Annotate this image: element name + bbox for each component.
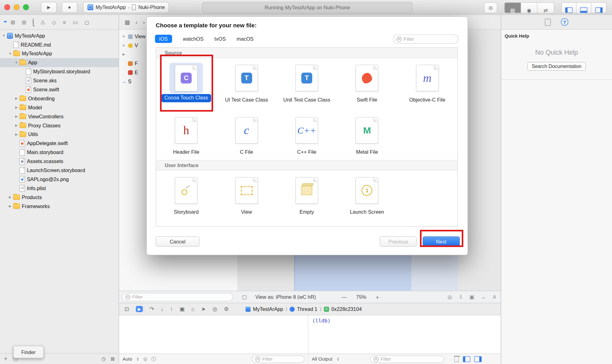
hide-debug-area-icon[interactable]: ⊡ <box>125 306 129 312</box>
navigator-row-proxy-classes[interactable]: Proxy Classes <box>0 121 119 130</box>
tab-tvos[interactable]: tvOS <box>214 36 226 42</box>
template-unit-test-case-class[interactable]: T Unit Test Case Class <box>276 58 337 110</box>
template-cocoa-touch-class[interactable]: C Cocoa Touch Class <box>156 58 217 110</box>
breakpoints-toggle[interactable]: ▶ <box>136 306 143 312</box>
minimize-button[interactable] <box>14 4 20 10</box>
back-button[interactable]: ‹ <box>135 19 137 25</box>
disclosure-icon[interactable] <box>8 204 12 208</box>
debug-view-icon[interactable]: ◎ <box>448 294 452 300</box>
disclosure-icon[interactable] <box>2 34 6 37</box>
navigator-row-project[interactable]: MyTestArApp <box>0 31 119 40</box>
template-header-file[interactable]: h Header File <box>156 111 217 160</box>
template-cpp-file[interactable]: C++ C++ File <box>276 111 337 160</box>
template-storyboard[interactable]: Storyboard <box>156 171 217 227</box>
symbol-navigator-tab[interactable]: ⊞ <box>22 19 26 25</box>
simulate-location-icon[interactable]: ➤ <box>201 306 206 312</box>
orientation-icon[interactable]: ▢ <box>242 294 247 300</box>
toggle-debug-area-button[interactable] <box>577 3 591 13</box>
variables-view[interactable]: Auto ⇕ ◎ ⓘ Filter <box>119 315 308 364</box>
zoom-in-button[interactable]: + <box>376 293 379 300</box>
output-scope-dropdown[interactable]: All Output <box>312 356 332 362</box>
console-filter-field[interactable]: Filter <box>370 355 444 363</box>
navigator-row-infoplist[interactable]: Info.plist <box>0 184 119 193</box>
navigator-row-onboarding[interactable]: Onboarding <box>0 94 119 103</box>
tab-watchos[interactable]: watchOS <box>183 36 203 42</box>
tab-ios[interactable]: iOS <box>155 35 172 43</box>
navigator-row-scene-swift[interactable]: Scene.swift <box>0 85 119 94</box>
template-objective-c-file[interactable]: m Objective-C File <box>397 58 457 110</box>
disclosure-icon[interactable] <box>121 53 126 56</box>
step-into-icon[interactable]: ↑ <box>170 306 173 312</box>
close-button[interactable] <box>4 4 10 10</box>
toggle-inspector-button[interactable] <box>591 3 606 13</box>
navigator-row-group[interactable]: MyTestArApp <box>0 49 119 58</box>
debug-app-label[interactable]: MyTestArApp <box>253 306 283 312</box>
disclosure-icon[interactable] <box>121 44 126 47</box>
disclosure-icon[interactable] <box>121 35 126 38</box>
debug-view-icon[interactable]: ◎ <box>143 356 147 362</box>
frame-label[interactable]: 0x228c23104 <box>331 306 362 312</box>
disclosure-icon[interactable] <box>14 133 19 136</box>
disclosure-icon[interactable] <box>14 124 19 127</box>
standard-editor-button[interactable]: ▤ <box>505 3 521 13</box>
run-button[interactable]: ▶ <box>41 2 57 13</box>
template-c-file[interactable]: c C File <box>217 111 277 160</box>
issue-navigator-tab[interactable]: ⚠ <box>40 19 45 25</box>
debug-navigator-tab[interactable]: ≡ <box>63 19 66 25</box>
test-navigator-tab[interactable]: ◇ <box>52 19 56 25</box>
version-editor-button[interactable]: ⇄ <box>537 3 554 13</box>
navigator-row-utils[interactable]: Utils <box>0 130 119 139</box>
navigator-row-assets[interactable]: Assets.xcassets <box>0 157 119 166</box>
navigator-row-saplogo[interactable]: SAPLogo@2x.png <box>0 175 119 184</box>
find-navigator-tab[interactable] <box>33 19 34 26</box>
view-hierarchy-icon[interactable]: ▣ <box>180 306 185 312</box>
navigator-row-mystoryboard[interactable]: MyStoryboard.storyboard <box>0 67 119 76</box>
assistant-editor-button[interactable]: ◉ <box>521 3 537 13</box>
console-output[interactable]: (lldb) All Output ⇕ Filter <box>308 315 501 364</box>
disclosure-icon[interactable] <box>8 52 12 55</box>
zoom-button[interactable] <box>23 4 29 10</box>
stop-button[interactable]: ■ <box>62 2 77 13</box>
constraints-icon[interactable]: A <box>493 294 496 300</box>
auto-scope-dropdown[interactable]: Auto <box>123 356 132 362</box>
issues-filter-icon[interactable]: ⊠ <box>111 356 115 362</box>
navigator-row-products[interactable]: Products <box>0 193 119 202</box>
toggle-navigator-button[interactable] <box>562 3 577 13</box>
tab-macos[interactable]: macOS <box>237 36 253 42</box>
source-control-tab[interactable]: ⊠ <box>11 19 15 25</box>
report-navigator-tab[interactable]: ◻ <box>84 19 89 25</box>
disclosure-icon[interactable] <box>14 61 19 64</box>
gear-icon[interactable]: ⚙ <box>224 306 229 312</box>
navigator-row-app[interactable]: App <box>0 58 119 67</box>
disclosure-icon[interactable] <box>14 97 19 100</box>
camera-icon[interactable]: ◎ <box>212 306 217 312</box>
template-swift-file[interactable]: Swift File <box>337 58 397 110</box>
previous-button[interactable]: Previous <box>380 236 417 247</box>
embed-icon[interactable]: ▣ <box>469 294 474 300</box>
disclosure-icon[interactable] <box>8 195 12 199</box>
view-as-label[interactable]: View as: iPhone 8 (wC hR) <box>255 294 316 300</box>
recents-filter-icon[interactable]: ◷ <box>101 356 106 362</box>
show-console-toggle[interactable] <box>474 356 482 362</box>
add-button[interactable]: + <box>4 355 8 362</box>
continue-icon[interactable]: ↷ <box>149 306 154 312</box>
update-frames-icon[interactable]: ⇩ <box>459 294 463 300</box>
template-ui-test-case-class[interactable]: T UI Test Case Class <box>217 58 277 110</box>
step-over-icon[interactable]: ↓ <box>161 306 164 312</box>
show-variables-toggle[interactable] <box>463 356 470 362</box>
template-launch-screen[interactable]: 1 Launch Screen <box>337 171 397 227</box>
forward-button[interactable]: › <box>143 19 145 25</box>
outline-filter-field[interactable]: Filter <box>122 293 233 301</box>
zoom-level[interactable]: 75% <box>356 294 366 300</box>
navigator-row-viewcontrollers[interactable]: ViewControllers <box>0 112 119 121</box>
template-empty[interactable]: Empty <box>276 171 337 227</box>
template-metal-file[interactable]: M Metal File <box>337 111 397 160</box>
trash-icon[interactable] <box>454 357 459 362</box>
disclosure-icon[interactable] <box>14 115 19 118</box>
grid-icon[interactable]: ▦ <box>125 19 130 26</box>
navigator-row-frameworks[interactable]: Frameworks <box>0 202 119 211</box>
breakpoint-navigator-tab[interactable]: ▭ <box>73 19 78 25</box>
next-button[interactable]: Next <box>423 236 460 247</box>
memory-graph-icon[interactable]: ⌂ <box>191 306 195 312</box>
quick-help-tab[interactable]: ? <box>561 18 568 26</box>
